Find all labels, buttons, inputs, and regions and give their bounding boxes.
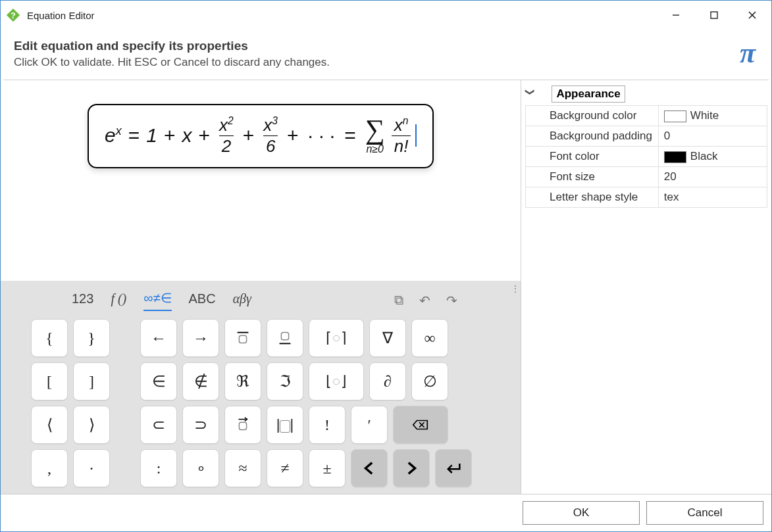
properties-panel: ❯ Appearance Background color White Back…: [521, 80, 771, 494]
key-infinity[interactable]: ∞: [411, 319, 448, 357]
panel-grip-icon[interactable]: ⋮: [511, 283, 519, 294]
prop-row-fontcolor[interactable]: Font color Black: [526, 147, 767, 167]
maximize-button[interactable]: [695, 1, 733, 30]
prop-row-bgpadding[interactable]: Background padding 0: [526, 126, 767, 147]
svg-rect-7: [239, 335, 246, 343]
redo-icon[interactable]: ↷: [446, 293, 457, 308]
key-left-arrow[interactable]: ←: [140, 319, 177, 357]
key-cursor-left[interactable]: [351, 449, 388, 487]
key-colon[interactable]: :: [140, 449, 177, 487]
close-button[interactable]: [733, 1, 771, 30]
cancel-button[interactable]: Cancel: [646, 501, 763, 525]
window-title: Equation Editor: [27, 10, 95, 21]
svg-text:?: ?: [11, 11, 16, 20]
tab-symbols[interactable]: ∞≠∈: [143, 290, 171, 311]
key-nabla[interactable]: ∇: [369, 319, 406, 357]
key-prime[interactable]: ′: [351, 406, 388, 444]
key-right-arrow[interactable]: →: [182, 319, 219, 357]
key-pm[interactable]: ±: [309, 449, 346, 487]
tab-functions[interactable]: f (): [111, 291, 126, 310]
chevron-down-icon[interactable]: ❯: [525, 88, 536, 96]
header-title: Edit equation and specify its properties: [14, 39, 740, 53]
text-cursor: [415, 124, 417, 147]
key-lbrace[interactable]: {: [31, 319, 68, 357]
key-backspace[interactable]: [393, 406, 448, 444]
tab-numeric[interactable]: 123: [72, 291, 93, 310]
key-supset[interactable]: ⊃: [182, 406, 219, 444]
copy-icon[interactable]: ⧉: [394, 293, 403, 308]
key-partial[interactable]: ∂: [369, 362, 406, 400]
key-vector[interactable]: [224, 406, 261, 444]
key-rangle[interactable]: ⟩: [73, 406, 110, 444]
key-ceil[interactable]: ⌈○⌉: [309, 319, 364, 357]
key-comma[interactable]: ,: [31, 449, 68, 487]
prop-row-fontsize[interactable]: Font size 20: [526, 167, 767, 187]
footer: OK Cancel: [1, 494, 771, 531]
equation-preview[interactable]: ex = 1 + x + x22 + x36 + · · · = ∑n≥0 xn…: [1, 80, 521, 281]
pi-logo-icon: π: [740, 39, 758, 68]
key-cdot[interactable]: ·: [73, 449, 110, 487]
svg-rect-8: [281, 333, 288, 340]
key-bang[interactable]: !: [309, 406, 346, 444]
key-in[interactable]: ∈: [140, 362, 177, 400]
key-re[interactable]: ℜ: [224, 362, 261, 400]
key-langle[interactable]: ⟨: [31, 406, 68, 444]
header-subtitle: Click OK to validate. Hit ESC or Cancel …: [14, 56, 740, 69]
titlebar: ? Equation Editor: [1, 1, 771, 30]
key-underline[interactable]: [267, 319, 303, 357]
key-subset[interactable]: ⊂: [140, 406, 177, 444]
key-rbracket[interactable]: ]: [73, 362, 110, 400]
tab-alpha[interactable]: ABC: [189, 291, 216, 310]
ok-button[interactable]: OK: [523, 501, 640, 525]
properties-section-header[interactable]: Appearance: [552, 85, 625, 103]
key-neq[interactable]: ≠: [267, 449, 303, 487]
key-circ[interactable]: ∘: [182, 449, 219, 487]
key-cursor-right[interactable]: [393, 449, 430, 487]
key-enter[interactable]: [435, 449, 472, 487]
key-lbracket[interactable]: [: [31, 362, 68, 400]
key-approx[interactable]: ≈: [224, 449, 261, 487]
svg-rect-3: [711, 12, 717, 18]
minimize-button[interactable]: [657, 1, 695, 30]
prop-row-lettershape[interactable]: Letter shape style tex: [526, 187, 767, 208]
key-notin[interactable]: ∉: [182, 362, 219, 400]
key-abs[interactable]: |o|: [267, 406, 303, 444]
key-im[interactable]: ℑ: [267, 362, 303, 400]
key-emptyset[interactable]: ∅: [411, 362, 448, 400]
key-overline[interactable]: [224, 319, 261, 357]
app-icon: ?: [6, 8, 20, 22]
svg-rect-11: [239, 422, 246, 429]
tab-greek[interactable]: αβγ: [233, 291, 251, 310]
prop-row-bgcolor[interactable]: Background color White: [526, 106, 767, 126]
key-rbrace[interactable]: }: [73, 319, 110, 357]
key-floor[interactable]: ⌊○⌋: [309, 362, 364, 400]
undo-icon[interactable]: ↶: [419, 293, 430, 308]
header: Edit equation and specify its properties…: [1, 30, 771, 80]
symbol-keyboard: ⋮ 123 f () ∞≠∈ ABC αβγ ⧉ ↶ ↷ { } ←: [1, 281, 521, 494]
